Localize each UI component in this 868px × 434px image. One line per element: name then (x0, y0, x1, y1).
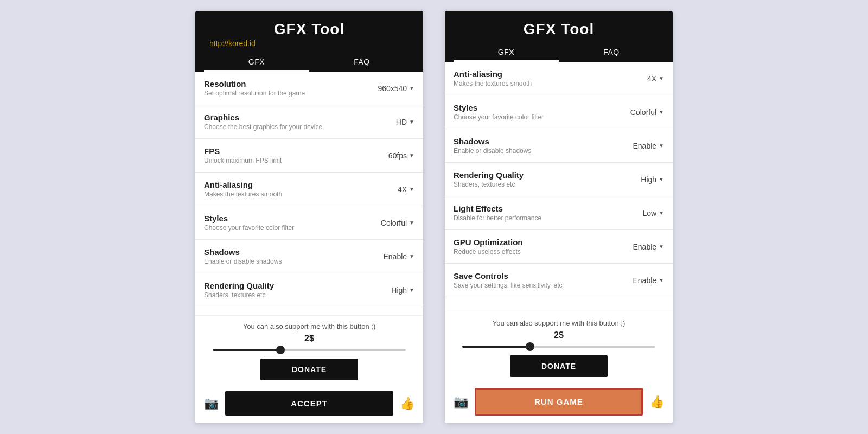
setting-row-fps[interactable]: FPS Unlock maximum FPS limit 60fps ▼ (195, 139, 423, 173)
setting-value-fps[interactable]: 60fps ▼ (388, 151, 414, 160)
setting-desc-graphics: Choose the best graphics for your device (204, 123, 396, 131)
left-tab-faq[interactable]: FAQ (309, 52, 414, 72)
right-setting-value-shadows[interactable]: Enable ▼ (633, 142, 665, 150)
right-setting-value-styles[interactable]: Colorful ▼ (630, 108, 664, 117)
right-setting-row-rendering-quality[interactable]: Rendering Quality Shaders, textures etc … (445, 163, 673, 196)
setting-title-antialiasing: Anti-aliasing (204, 180, 398, 189)
right-setting-desc-gpu-optimization: Reduce useless effects (454, 248, 633, 256)
setting-title-styles: Styles (204, 214, 381, 223)
chevron-down-icon: ▼ (659, 210, 664, 216)
right-slider-thumb[interactable] (526, 342, 534, 351)
chevron-down-icon: ▼ (659, 75, 664, 81)
setting-row-styles[interactable]: Styles Choose your favorite color filter… (195, 206, 423, 240)
left-header: GFX Tool http://kored.id GFX FAQ (195, 11, 423, 72)
right-slider-container[interactable] (454, 343, 664, 350)
left-donate-amount: 2$ (204, 334, 414, 343)
right-setting-desc-rendering-quality: Shaders, textures etc (454, 181, 641, 188)
right-setting-value-light-effects[interactable]: Low ▼ (642, 209, 664, 218)
chevron-down-icon: ▼ (409, 186, 414, 192)
setting-title-resolution: Resolution (204, 79, 378, 88)
right-setting-desc-light-effects: Disable for better performance (454, 214, 642, 222)
setting-title-shadows: Shadows (204, 247, 384, 257)
right-setting-value-antialiasing[interactable]: 4X ▼ (647, 74, 664, 83)
left-slider-track (213, 349, 406, 351)
right-setting-row-save-controls[interactable]: Save Controls Save your settings, like s… (445, 264, 673, 297)
right-setting-row-gpu-optimization[interactable]: GPU Optimization Reduce useless effects … (445, 230, 673, 264)
right-app-title: GFX Tool (454, 21, 664, 38)
right-tab-gfx[interactable]: GFX (454, 42, 559, 62)
right-setting-row-styles[interactable]: Styles Choose your favorite color filter… (445, 95, 673, 129)
right-setting-title-light-effects: Light Effects (454, 204, 642, 213)
right-bottom-section: You can also support me with this button… (445, 312, 673, 382)
right-setting-row-shadows[interactable]: Shadows Enable or disable shadows Enable… (445, 129, 673, 163)
setting-row-rendering-quality[interactable]: Rendering Quality Shaders, textures etc … (195, 273, 423, 307)
right-setting-value-gpu-optimization[interactable]: Enable ▼ (633, 242, 665, 251)
setting-title-graphics: Graphics (204, 113, 396, 122)
setting-title-fps: FPS (204, 146, 388, 156)
instagram-icon[interactable]: 📷 (204, 397, 219, 411)
setting-row-graphics[interactable]: Graphics Choose the best graphics for yo… (195, 105, 423, 139)
chevron-down-icon: ▼ (659, 176, 664, 182)
chevron-down-icon: ▼ (409, 287, 414, 293)
right-phone: GFX Tool GFX FAQ Anti-aliasing Makes the… (445, 11, 673, 423)
left-settings-list: Resolution Set optimal resolution for th… (195, 72, 423, 315)
right-setting-desc-antialiasing: Makes the textures smooth (454, 80, 647, 87)
right-setting-row-antialiasing[interactable]: Anti-aliasing Makes the textures smooth … (445, 62, 673, 95)
accept-button[interactable]: ACCEPT (225, 391, 393, 416)
left-bottom-section: You can also support me with this button… (195, 315, 423, 386)
right-slider-fill (462, 346, 530, 348)
left-slider-container[interactable] (204, 347, 414, 353)
setting-row-antialiasing[interactable]: Anti-aliasing Makes the textures smooth … (195, 173, 423, 206)
right-thumbsup-icon[interactable]: 👍 (649, 395, 664, 409)
right-setting-desc-save-controls: Save your settings, like sensitivity, et… (454, 282, 633, 289)
chevron-down-icon: ▼ (409, 119, 414, 125)
chevron-down-icon: ▼ (409, 152, 414, 158)
setting-desc-resolution: Set optimal resolution for the game (204, 90, 378, 97)
left-app-title: GFX Tool (204, 21, 414, 38)
right-instagram-icon[interactable]: 📷 (454, 395, 468, 409)
right-slider-track (462, 346, 655, 348)
setting-value-graphics[interactable]: HD ▼ (396, 118, 414, 126)
setting-row-resolution[interactable]: Resolution Set optimal resolution for th… (195, 72, 423, 105)
right-setting-title-gpu-optimization: GPU Optimization (454, 238, 633, 247)
setting-value-resolution[interactable]: 960x540 ▼ (378, 84, 414, 93)
thumbsup-icon[interactable]: 👍 (400, 397, 414, 411)
setting-title-rendering-quality: Rendering Quality (204, 281, 391, 290)
right-setting-title-rendering-quality: Rendering Quality (454, 170, 641, 180)
chevron-down-icon: ▼ (659, 143, 664, 149)
chevron-down-icon: ▼ (409, 85, 414, 91)
chevron-down-icon: ▼ (409, 220, 414, 226)
right-setting-desc-styles: Choose your favorite color filter (454, 113, 630, 121)
chevron-down-icon: ▼ (659, 277, 664, 283)
setting-value-shadows[interactable]: Enable ▼ (384, 252, 415, 261)
chevron-down-icon: ▼ (659, 109, 664, 115)
right-setting-title-save-controls: Save Controls (454, 271, 633, 280)
setting-value-styles[interactable]: Colorful ▼ (381, 219, 414, 227)
left-tab-bar: GFX FAQ (204, 52, 414, 72)
setting-desc-antialiasing: Makes the textures smooth (204, 190, 398, 198)
left-support-text: You can also support me with this button… (204, 322, 414, 330)
left-slider-thumb[interactable] (276, 346, 285, 354)
right-settings-list: Anti-aliasing Makes the textures smooth … (445, 62, 673, 312)
left-slider-fill (213, 349, 280, 351)
setting-row-shadows[interactable]: Shadows Enable or disable shadows Enable… (195, 240, 423, 273)
right-tab-bar: GFX FAQ (454, 42, 664, 62)
left-subtitle-link[interactable]: http://kored.id (204, 39, 414, 48)
setting-desc-shadows: Enable or disable shadows (204, 258, 384, 265)
right-setting-title-antialiasing: Anti-aliasing (454, 69, 647, 79)
right-donate-amount: 2$ (454, 330, 664, 340)
right-setting-value-rendering-quality[interactable]: High ▼ (641, 175, 664, 184)
chevron-down-icon: ▼ (659, 244, 664, 250)
right-setting-value-save-controls[interactable]: Enable ▼ (633, 276, 665, 285)
right-donate-button[interactable]: DONATE (510, 355, 608, 377)
right-header: GFX Tool GFX FAQ (445, 11, 673, 62)
setting-value-rendering-quality[interactable]: High ▼ (391, 286, 414, 295)
run-game-button[interactable]: RUN GAME (475, 388, 643, 416)
right-setting-title-styles: Styles (454, 103, 630, 112)
left-donate-button[interactable]: DONATE (260, 359, 358, 380)
setting-value-antialiasing[interactable]: 4X ▼ (398, 185, 414, 194)
left-tab-gfx[interactable]: GFX (204, 52, 309, 72)
right-setting-row-light-effects[interactable]: Light Effects Disable for better perform… (445, 196, 673, 230)
right-tab-faq[interactable]: FAQ (559, 42, 664, 62)
setting-desc-styles: Choose your favorite color filter (204, 224, 381, 232)
